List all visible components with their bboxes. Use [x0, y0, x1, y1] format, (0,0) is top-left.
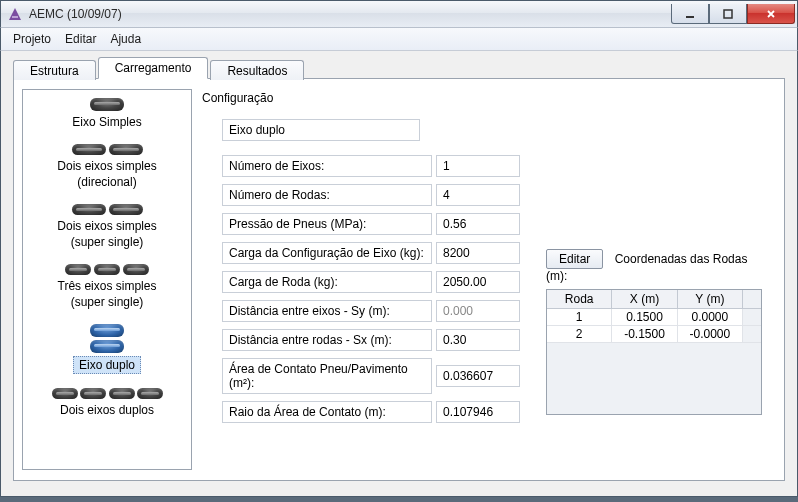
svg-rect-1	[724, 10, 732, 18]
cell-roda: 1	[547, 309, 612, 326]
cell-x: -0.1500	[612, 326, 677, 343]
tab-panel-carregamento: Eixo Simples Dois eixos simples (direcio…	[13, 78, 785, 481]
window-buttons	[671, 4, 795, 24]
axle-type-list[interactable]: Eixo Simples Dois eixos simples (direcio…	[22, 89, 192, 470]
value-num-eixos[interactable]: 1	[436, 155, 520, 177]
cell-roda: 2	[547, 326, 612, 343]
label-area-contato: Área de Contato Pneu/Pavimento (m²):	[222, 358, 432, 394]
menu-projeto[interactable]: Projeto	[13, 32, 51, 46]
app-icon	[7, 6, 23, 22]
list-item-label: Eixo duplo	[73, 356, 141, 374]
maximize-button[interactable]	[709, 4, 747, 24]
titlebar: AEMC (10/09/07)	[0, 0, 798, 28]
cell-y: 0.0000	[678, 309, 743, 326]
cell-gutter	[743, 326, 761, 343]
list-item-label: Três eixos simples	[53, 278, 162, 294]
value-dist-sy: 0.000	[436, 300, 520, 322]
value-carga-config[interactable]: 8200	[436, 242, 520, 264]
value-raio-area[interactable]: 0.107946	[436, 401, 520, 423]
value-dist-sx[interactable]: 0.30	[436, 329, 520, 351]
th-y: Y (m)	[678, 290, 743, 309]
close-button[interactable]	[747, 4, 795, 24]
value-carga-roda[interactable]: 2050.00	[436, 271, 520, 293]
label-pressao: Pressão de Pneus (MPa):	[222, 213, 432, 235]
label-num-rodas: Número de Rodas:	[222, 184, 432, 206]
table-row[interactable]: 1 0.1500 0.0000	[547, 309, 761, 326]
th-x: X (m)	[612, 290, 677, 309]
menubar: Projeto Editar Ajuda	[0, 28, 798, 51]
list-item[interactable]: Dois eixos duplos	[23, 380, 191, 424]
tab-estrutura[interactable]: Estrutura	[13, 60, 96, 80]
list-item-label: Dois eixos simples	[52, 218, 161, 234]
svg-rect-0	[686, 16, 694, 18]
list-item-label: Dois eixos simples	[52, 158, 161, 174]
table-row[interactable]: 2 -0.1500 -0.0000	[547, 326, 761, 343]
cell-y: -0.0000	[678, 326, 743, 343]
th-roda: Roda	[547, 290, 612, 309]
th-gutter	[743, 290, 761, 309]
list-item[interactable]: Eixo Simples	[23, 90, 191, 136]
list-item-label2: (super single)	[66, 294, 149, 310]
tab-carregamento[interactable]: Carregamento	[98, 57, 209, 79]
list-item-selected[interactable]: Eixo duplo	[23, 316, 191, 380]
list-item-label2: (super single)	[66, 234, 149, 250]
list-item[interactable]: Dois eixos simples (direcional)	[23, 136, 191, 196]
coords-block: Editar Coordenadas das Rodas (m): Roda X…	[546, 249, 762, 415]
list-item[interactable]: Três eixos simples (super single)	[23, 256, 191, 316]
label-carga-config: Carga da Configuração de Eixo (kg):	[222, 242, 432, 264]
edit-button[interactable]: Editar	[546, 249, 603, 269]
label-carga-roda: Carga de Roda (kg):	[222, 271, 432, 293]
minimize-button[interactable]	[671, 4, 709, 24]
cell-gutter	[743, 309, 761, 326]
group-title: Configuração	[202, 91, 774, 105]
list-item-label: Eixo Simples	[67, 114, 146, 130]
tabstrip: Estrutura Carregamento Resultados	[13, 57, 785, 79]
value-num-rodas[interactable]: 4	[436, 184, 520, 206]
axle-type-display: Eixo duplo	[222, 119, 420, 141]
menu-ajuda[interactable]: Ajuda	[110, 32, 141, 46]
config-panel: Configuração Eixo duplo Número de Eixos:…	[200, 89, 774, 470]
value-area-contato[interactable]: 0.036607	[436, 365, 520, 387]
list-item[interactable]: Dois eixos simples (super single)	[23, 196, 191, 256]
label-raio-area: Raio da Área de Contato (m):	[222, 401, 432, 423]
client-area: Estrutura Carregamento Resultados Eixo S…	[0, 51, 798, 497]
tab-resultados[interactable]: Resultados	[210, 60, 304, 80]
value-pressao[interactable]: 0.56	[436, 213, 520, 235]
label-dist-sy: Distância entre eixos - Sy (m):	[222, 300, 432, 322]
label-num-eixos: Número de Eixos:	[222, 155, 432, 177]
coord-table[interactable]: Roda X (m) Y (m) 1 0.1500 0.0000 2 -0.15…	[546, 289, 762, 415]
label-dist-sx: Distância entre rodas - Sx (m):	[222, 329, 432, 351]
list-item-label: Dois eixos duplos	[55, 402, 159, 418]
cell-x: 0.1500	[612, 309, 677, 326]
menu-editar[interactable]: Editar	[65, 32, 96, 46]
list-item-label2: (direcional)	[72, 174, 141, 190]
window-title: AEMC (10/09/07)	[29, 7, 671, 21]
